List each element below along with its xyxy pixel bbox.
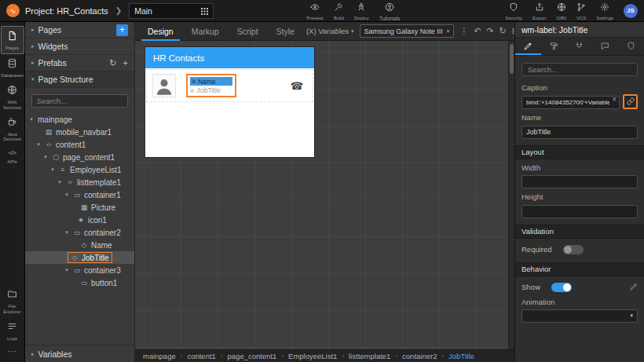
picture-widget[interactable] [152,74,176,97]
scrollbar-thumb[interactable] [510,44,514,74]
name-input[interactable] [521,126,638,139]
height-input[interactable] [521,205,638,218]
phone-mockup[interactable]: HR Contacts ⊘ Name ⊘ [145,47,314,157]
variables-dropdown[interactable]: (X) Variables ▾ [306,27,354,35]
bind-property-button[interactable] [623,94,638,109]
kebab-menu-icon[interactable]: ⋮ [459,27,468,35]
clear-binding-icon[interactable]: × [612,95,617,104]
animation-select[interactable]: ▾ [521,309,638,323]
canvas-scrollbar[interactable] [508,41,514,349]
expand-arrow-icon[interactable]: ▾ [64,267,70,273]
tutorials-button[interactable]: Tutorials [379,1,401,21]
tab-events[interactable] [592,38,618,55]
tree-item-content1[interactable]: ▾ ‹› content1 [25,138,134,151]
device-select[interactable]: Samsung Galaxy Note III ▾ [360,24,455,38]
phone-body[interactable]: ⊘ Name ⊘ JobTitle ☎ [145,69,314,158]
tab-security[interactable] [618,38,644,55]
tree-item-name[interactable]: ◇ Name [25,239,134,251]
tab-design[interactable]: Design [141,22,180,41]
expand-arrow-icon[interactable]: ▾ [64,192,70,198]
breadcrumb-item[interactable]: content1 [187,352,215,360]
jobtitle-label-widget[interactable]: ⊘ JobTitle [190,86,232,94]
add-page-button[interactable]: + [116,24,128,36]
pages-grid-icon[interactable] [201,4,208,18]
rail-item-web-services[interactable]: Web Services [1,81,24,113]
tree-item-mobile-navbar1[interactable]: ▤ mobile_navbar1 [25,126,134,138]
tab-style[interactable]: Style [270,22,301,41]
show-toggle-on[interactable] [551,283,572,292]
properties-search-input[interactable] [521,63,638,76]
required-toggle-off[interactable] [563,245,584,254]
more-options-icon[interactable]: ⋯ [8,344,16,359]
settings-button[interactable]: Settings [596,1,613,20]
tree-item-employeelist1[interactable]: ▾ ≡ EmployeeList1 [25,163,134,176]
undo-icon[interactable]: ↶ [474,27,481,35]
design-canvas[interactable]: HR Contacts ⊘ Name ⊘ [135,41,514,349]
rail-item-apis[interactable]: </> APIs [1,144,24,167]
caption-input[interactable] [521,96,620,109]
build-button[interactable]: Build [334,1,344,20]
rail-item-pages[interactable]: Pages [1,26,24,54]
tree-item-jobtitle-selected[interactable]: ◇ JobTitle [25,251,134,264]
breadcrumb-item[interactable]: mainpage [143,352,176,360]
tree-item-button1[interactable]: ▭ button1 [25,276,134,289]
user-avatar[interactable]: JS [624,4,638,18]
code-icon: ‹› [45,141,53,148]
rail-item-databases[interactable]: Databases [1,54,24,81]
tab-styles[interactable] [541,38,567,55]
breadcrumb-item[interactable]: container2 [402,352,437,360]
section-pages[interactable]: ▸ Pages + [25,22,134,38]
tree-item-listtemplate1[interactable]: ▾ ‹› listtemplate1 [25,176,134,188]
breadcrumb-item[interactable]: page_content1 [228,352,277,360]
tree-item-icon1[interactable]: ★ icon1 [25,214,134,226]
breadcrumb-item-current[interactable]: JobTitle [448,352,474,360]
add-prefab-button[interactable]: + [123,58,128,68]
selected-widget-outline[interactable]: ⊘ Name ⊘ JobTitle [186,74,236,97]
section-widgets[interactable]: ▸ Widgets [25,38,134,55]
redo-icon[interactable]: ↷ [486,27,493,35]
list-item-template[interactable]: ⊘ Name ⊘ JobTitle ☎ [146,69,313,102]
tree-item-container1[interactable]: ▾ ▭ container1 [25,188,134,201]
vcs-button[interactable]: VCS [576,1,586,20]
validation-section-header: Validation [515,225,644,239]
rail-item-file-explorer[interactable]: File Explorer [1,285,24,317]
tree-item-container2[interactable]: ▾ ▭ container2 [25,226,134,239]
section-variables[interactable]: ▸ Variables [25,345,134,362]
tab-properties[interactable] [515,38,541,55]
tab-script[interactable]: Script [231,22,265,41]
tree-item-mainpage[interactable]: ▾ mainpage [25,113,134,126]
security-button[interactable]: Security [505,1,522,20]
project-title: Project: HR_Contacts [25,6,108,16]
deploy-button[interactable]: Deploy [354,1,369,20]
mobile-navbar-widget[interactable]: HR Contacts [145,47,314,68]
section-page-structure[interactable]: ▾ Page Structure [25,71,134,88]
rail-item-java-services[interactable]: Java Services [1,113,24,145]
preview-button[interactable]: Preview [306,1,323,20]
expand-arrow-icon[interactable]: ▾ [42,154,49,160]
refresh-icon[interactable]: ↻ [109,58,116,68]
tree-search-input[interactable] [31,94,128,108]
refresh-canvas-icon[interactable]: ↻ [499,27,507,35]
width-input[interactable] [521,175,638,188]
export-button[interactable]: Export [532,1,546,20]
rail-item-logs[interactable]: Logs [1,317,24,344]
phone-call-icon[interactable]: ☎ [291,80,303,92]
expand-arrow-icon[interactable]: ▾ [49,166,56,173]
section-prefabs[interactable]: ▸ Prefabs ↻ + [25,55,134,71]
page-tab-main[interactable]: Main [129,3,214,19]
tree-item-picture[interactable]: ▦ Picture [25,201,134,214]
breadcrumb-item[interactable]: listtemplate1 [349,352,390,360]
app-logo-icon[interactable]: ∿ [6,4,20,17]
tab-binding[interactable] [567,38,593,55]
expand-arrow-icon[interactable]: ▾ [28,116,35,122]
tree-item-page-content1[interactable]: ▾ ▢ page_content1 [25,151,134,163]
breadcrumb-item[interactable]: EmployeeList1 [288,352,337,360]
expand-arrow-icon[interactable]: ▾ [57,179,63,185]
tree-item-container3[interactable]: ▾ ▭ container3 [25,264,134,276]
bind-show-icon[interactable] [630,283,638,292]
expand-arrow-icon[interactable]: ▾ [35,141,42,148]
expand-arrow-icon[interactable]: ▾ [64,229,70,236]
tab-markup[interactable]: Markup [185,22,225,41]
i18n-button[interactable]: I18N [556,1,566,20]
name-label-widget[interactable]: ⊘ Name [190,77,232,86]
